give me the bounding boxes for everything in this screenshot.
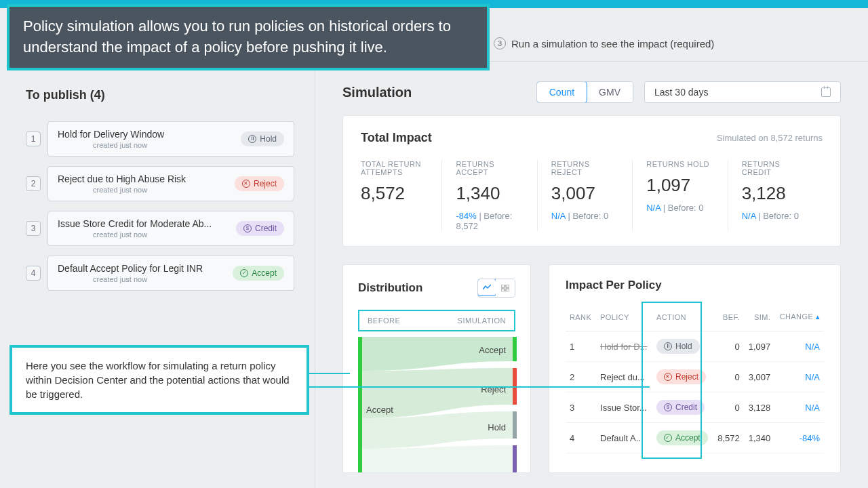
table-row[interactable]: 3 Issue Stor... $Credit 0 3,128 N/A (566, 392, 824, 423)
svg-rect-5 (513, 337, 517, 361)
impact-table: RANK POLICY ACTION BEF. SIM. CHANGE ▴ 1 … (566, 307, 824, 453)
metric-label: RETURNS REJECT (551, 160, 621, 176)
hold-icon: ⏸ (664, 342, 672, 350)
policy-title: Hold for Delivery Window (58, 129, 164, 140)
simulation-controls: Count GMV Last 30 days (536, 81, 841, 103)
sankey-right-hold-label: Hold (488, 422, 506, 432)
metric-returns-credit: RETURNS CREDIT 3,128 N/A | Before: 0 (728, 160, 823, 231)
col-sim[interactable]: SIM. (744, 307, 774, 331)
segment-count-button[interactable]: Count (536, 81, 587, 103)
chart-view-button[interactable] (477, 279, 496, 296)
metric-label: RETURNS CREDIT (742, 160, 812, 176)
policy-row[interactable]: 4 Default Accept Policy for Legit INR cr… (26, 256, 294, 291)
left-panel-to-publish: To publish (4) 1 Hold for Delivery Windo… (0, 68, 315, 488)
col-policy[interactable]: POLICY (596, 307, 652, 331)
sankey-before-label: BEFORE (368, 317, 400, 325)
date-range-selector[interactable]: Last 30 days (644, 81, 841, 103)
svg-rect-3 (506, 289, 509, 291)
table-row[interactable]: 4 Default A... ✓Accept 8,572 1,340 -84% (566, 423, 824, 453)
segment-gmv-button[interactable]: GMV (587, 82, 633, 102)
policy-title: Issue Store Credit for Moderate Ab... (58, 218, 212, 229)
cell-sim: 3,007 (744, 362, 774, 392)
impact-per-policy-card: Impact Per Policy RANK POLICY ACTION BEF… (549, 264, 841, 473)
col-action[interactable]: ACTION (652, 307, 713, 331)
tooltip-top-overview: Policy simulation allows you to run poli… (7, 4, 490, 70)
cell-policy: Issue Stor... (596, 392, 652, 423)
distribution-card: Distribution BEFORE SIMULATION (342, 264, 531, 473)
cell-rank: 3 (566, 392, 596, 423)
cell-action: ✕Reject (652, 362, 713, 392)
metric-footer: N/A | Before: 0 (646, 203, 716, 213)
action-pill-hold: ⏸Hold (241, 131, 284, 146)
col-before[interactable]: BEF. (713, 307, 743, 331)
cell-change: N/A (774, 331, 824, 362)
cell-sim: 1,097 (744, 331, 774, 362)
policy-row[interactable]: 3 Issue Store Credit for Moderate Ab... … (26, 211, 294, 246)
policy-card[interactable]: Issue Store Credit for Moderate Ab... cr… (47, 211, 294, 246)
policy-row[interactable]: 1 Hold for Delivery Window created just … (26, 121, 294, 157)
cell-action: ⏸Hold (652, 331, 713, 362)
policy-order-badge: 2 (26, 176, 41, 191)
accept-icon: ✓ (664, 434, 672, 442)
policy-row[interactable]: 2 Reject due to High Abuse Risk created … (26, 166, 294, 201)
sankey-column-headers: BEFORE SIMULATION (358, 310, 515, 331)
metric-label: RETURNS HOLD (646, 160, 716, 168)
action-pill-credit: $Credit (236, 221, 284, 236)
cell-change: N/A (774, 362, 824, 392)
cell-before: 0 (713, 331, 743, 362)
reject-icon: ✕ (664, 373, 672, 381)
cell-before: 0 (713, 392, 743, 423)
callout-workflow-description: Here you see the workflow for simulating… (9, 345, 309, 415)
step-number-badge: 3 (494, 37, 506, 49)
metric-footer: N/A | Before: 0 (742, 211, 812, 221)
wizard-step-banner: 3 Run a simulation to see the impact (re… (494, 37, 714, 49)
reject-icon: ✕ (242, 180, 250, 188)
metric-value: 1,340 (456, 183, 526, 204)
policy-title: Default Accept Policy for Legit INR (58, 263, 203, 274)
col-change[interactable]: CHANGE ▴ (774, 307, 824, 331)
col-rank[interactable]: RANK (566, 307, 596, 331)
action-pill-credit: $Credit (656, 400, 705, 415)
metric-footer: -84% | Before: 8,572 (456, 211, 526, 231)
connector-line-2 (309, 386, 650, 388)
policy-order-badge: 4 (26, 266, 41, 281)
cell-action: ✓Accept (652, 423, 713, 453)
distribution-view-toggle (477, 279, 515, 298)
svg-rect-7 (513, 411, 517, 439)
policy-meta: created just now (58, 230, 212, 239)
count-gmv-segmented: Count GMV (536, 81, 633, 103)
wizard-step-text: Run a simulation to see the impact (requ… (511, 38, 714, 49)
sankey-simulation-label: SIMULATION (458, 317, 506, 325)
policy-card[interactable]: Reject due to High Abuse Risk created ju… (47, 166, 294, 201)
svg-rect-2 (501, 289, 505, 291)
action-pill-hold: ⏸Hold (656, 339, 700, 354)
metric-returns-hold: RETURNS HOLD 1,097 N/A | Before: 0 (632, 160, 727, 231)
impact-per-policy-title: Impact Per Policy (566, 279, 824, 292)
svg-rect-4 (358, 337, 362, 472)
credit-icon: $ (243, 224, 252, 232)
cell-action: $Credit (652, 392, 713, 423)
sankey-chart: Accept Accept Reject Hold (358, 337, 515, 472)
date-range-label: Last 30 days (654, 87, 708, 98)
cell-change: -84% (774, 423, 824, 453)
total-impact-card: Total Impact Simulated on 8,572 returns … (342, 115, 841, 247)
area-chart-icon (483, 284, 491, 291)
metric-footer: N/A | Before: 0 (551, 211, 621, 221)
policy-card[interactable]: Default Accept Policy for Legit INR crea… (47, 256, 294, 291)
svg-rect-0 (501, 285, 505, 287)
policy-title: Reject due to High Abuse Risk (58, 174, 186, 184)
table-row[interactable]: 1 Hold for D... ⏸Hold 0 1,097 N/A (566, 331, 824, 362)
cell-sim: 1,340 (744, 423, 774, 453)
action-pill-accept: ✓Accept (233, 266, 284, 281)
hold-icon: ⏸ (248, 135, 256, 143)
cell-change: N/A (774, 392, 824, 423)
right-panel-simulation: Simulation Count GMV Last 30 days Total … (329, 75, 854, 488)
grid-icon (501, 285, 509, 291)
policy-meta: created just now (58, 186, 186, 194)
policy-meta: created just now (58, 275, 203, 283)
table-view-button[interactable] (496, 279, 515, 297)
metric-label: TOTAL RETURN ATTEMPTS (361, 160, 431, 176)
metric-returns-reject: RETURNS REJECT 3,007 N/A | Before: 0 (537, 160, 632, 231)
policy-card[interactable]: Hold for Delivery Window created just no… (47, 121, 294, 157)
cell-policy: Hold for D... (596, 331, 652, 362)
